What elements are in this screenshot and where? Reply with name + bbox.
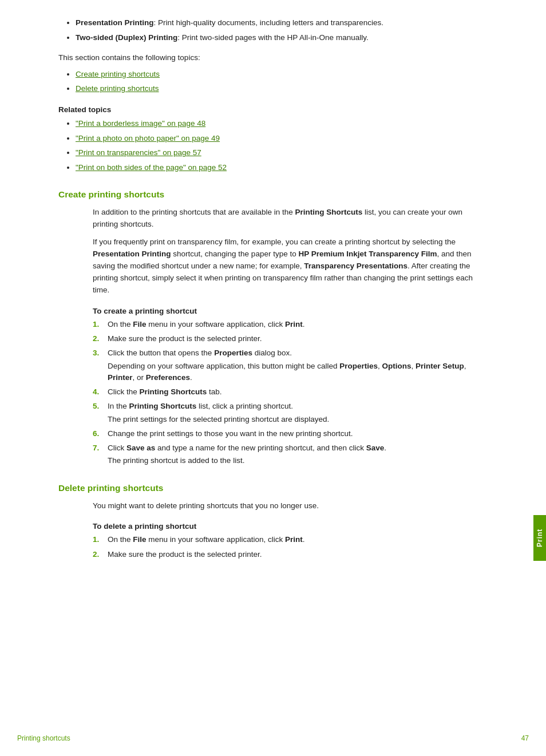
section2-steps: 1. On the File menu in your software app… (93, 534, 488, 560)
step-2-1: 1. On the File menu in your software app… (93, 534, 488, 545)
section2-heading: Delete printing shortcuts (58, 483, 488, 493)
step-num-1-6: 6. (93, 428, 105, 440)
step-content-1-2: Make sure the product is the selected pr… (108, 333, 488, 345)
related-link-4[interactable]: "Print on both sides of the page" on pag… (76, 161, 488, 174)
section1-heading: Create printing shortcuts (58, 189, 488, 200)
section-delete: Delete printing shortcuts You might want… (58, 483, 488, 560)
section1-para2: If you frequently print on transparency … (93, 236, 488, 296)
step-1-4: 4. Click the Printing Shortcuts tab. (93, 386, 488, 398)
related-topics: Related topics "Print a borderless image… (58, 105, 488, 173)
page-content: Presentation Printing: Print high-qualit… (24, 0, 522, 599)
related-topics-list: "Print a borderless image" on page 48 "P… (58, 117, 488, 173)
footer-left: Printing shortcuts (17, 734, 70, 742)
delete-shortcuts-link[interactable]: Delete printing shortcuts (76, 84, 159, 93)
step-1-6: 6. Change the print settings to those yo… (93, 428, 488, 440)
section2-para1: You might want to delete printing shortc… (93, 500, 488, 512)
step-content-1-3: Click the button that opens the Properti… (108, 347, 488, 383)
step-num-1-5: 5. (93, 401, 105, 412)
step-content-1-4: Click the Printing Shortcuts tab. (108, 386, 488, 398)
top-bullet-list: Presentation Printing: Print high-qualit… (58, 17, 488, 44)
section2-sub-heading: To delete a printing shortcut (93, 522, 488, 531)
step-content-1-7: Click Save as and type a name for the ne… (108, 442, 488, 467)
section1-sub-heading: To create a printing shortcut (93, 307, 488, 315)
step-num-1-2: 2. (93, 333, 105, 345)
step-content-1-6: Change the print settings to those you w… (108, 428, 488, 440)
bullet-label-2: Two-sided (Duplex) Printing (76, 33, 177, 42)
step-content-1-5: In the Printing Shortcuts list, click a … (108, 401, 488, 425)
section-create: Create printing shortcuts In addition to… (58, 189, 488, 466)
related-link-photo[interactable]: "Print a photo on photo paper" on page 4… (76, 134, 220, 143)
related-link-1[interactable]: "Print a borderless image" on page 48 (76, 117, 488, 130)
step-1-7-sub: The printing shortcut is added to the li… (108, 455, 488, 466)
related-link-bothsides[interactable]: "Print on both sides of the page" on pag… (76, 163, 227, 172)
section1-steps: 1. On the File menu in your software app… (93, 319, 488, 467)
related-link-transparencies[interactable]: "Print on transparencies" on page 57 (76, 148, 201, 157)
bullet-label-1: Presentation Printing (76, 18, 154, 27)
bullet-presentation: Presentation Printing: Print high-qualit… (76, 17, 488, 29)
step-1-7: 7. Click Save as and type a name for the… (93, 442, 488, 467)
step-1-2: 2. Make sure the product is the selected… (93, 333, 488, 345)
topic-link-create[interactable]: Create printing shortcuts (76, 68, 488, 81)
bullet-text-2: : Print two-sided pages with the HP All-… (177, 33, 368, 42)
step-content-1-1: On the File menu in your software applic… (108, 319, 488, 330)
related-link-3[interactable]: "Print on transparencies" on page 57 (76, 147, 488, 159)
step-1-5: 5. In the Printing Shortcuts list, click… (93, 401, 488, 425)
step-num-1-3: 3. (93, 347, 105, 359)
step-num-1-7: 7. (93, 442, 105, 454)
step-2-2: 2. Make sure the product is the selected… (93, 549, 488, 560)
step-1-5-sub: The print settings for the selected prin… (108, 414, 488, 425)
bullet-text-1: : Print high-quality documents, includin… (154, 18, 383, 27)
step-content-2-2: Make sure the product is the selected pr… (108, 549, 488, 560)
step-content-2-1: On the File menu in your software applic… (108, 534, 488, 545)
create-shortcuts-link[interactable]: Create printing shortcuts (76, 70, 160, 78)
section1-para1: In addition to the printing shortcuts th… (93, 207, 488, 231)
related-link-borderless[interactable]: "Print a borderless image" on page 48 (76, 119, 205, 128)
step-num-1-1: 1. (93, 319, 105, 330)
related-topics-label: Related topics (58, 105, 488, 114)
topic-links: Create printing shortcuts Delete printin… (58, 68, 488, 95)
step-1-3-sub: Depending on your software application, … (108, 361, 488, 384)
step-num-2-1: 1. (93, 534, 105, 545)
step-1-3: 3. Click the button that opens the Prope… (93, 347, 488, 383)
step-num-2-2: 2. (93, 549, 105, 560)
sidebar-tab: Print (533, 515, 546, 561)
topic-link-delete[interactable]: Delete printing shortcuts (76, 82, 488, 95)
related-link-2[interactable]: "Print a photo on photo paper" on page 4… (76, 132, 488, 145)
intro-text: This section contains the following topi… (58, 52, 488, 64)
page-footer: Printing shortcuts 47 (0, 734, 546, 742)
footer-right: 47 (521, 734, 529, 742)
bullet-twosided: Two-sided (Duplex) Printing: Print two-s… (76, 32, 488, 43)
step-num-1-4: 4. (93, 386, 105, 398)
step-1-1: 1. On the File menu in your software app… (93, 319, 488, 330)
